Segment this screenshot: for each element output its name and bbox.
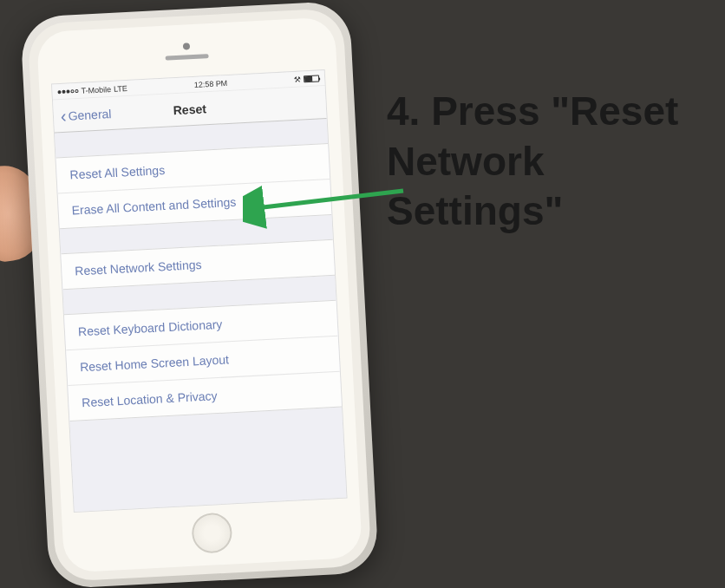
row-label: Erase All Content and Settings — [71, 195, 236, 218]
status-time: 12:58 PM — [193, 78, 227, 88]
settings-group-1: Reset All Settings Erase All Content and… — [56, 143, 331, 229]
home-button[interactable] — [191, 512, 232, 553]
page-title: Reset — [173, 101, 206, 117]
content-area: Reset All Settings Erase All Content and… — [55, 119, 346, 512]
back-button[interactable]: ‹ General — [60, 105, 111, 125]
back-label: General — [68, 107, 112, 123]
settings-group-3: Reset Keyboard Dictionary Reset Home Scr… — [64, 300, 342, 421]
bluetooth-icon: ⚒ — [294, 75, 302, 83]
battery-icon — [304, 75, 319, 82]
settings-group-2: Reset Network Settings — [61, 239, 335, 290]
signal-strength-icon — [57, 88, 78, 93]
chevron-left-icon: ‹ — [60, 107, 67, 124]
network-label: LTE — [114, 84, 127, 94]
row-label: Reset Network Settings — [75, 258, 202, 278]
phone-screen: T-Mobile LTE 12:58 PM ⚒ ‹ General — [51, 69, 347, 513]
instruction-text: 4. Press "Reset Network Settings" — [387, 87, 699, 237]
row-label: Reset Home Screen Layout — [80, 352, 230, 374]
reset-network-settings-row[interactable]: Reset Network Settings — [61, 240, 335, 289]
front-camera-icon — [183, 42, 190, 49]
row-label: Reset Keyboard Dictionary — [78, 317, 223, 339]
row-label: Reset Location & Privacy — [82, 389, 218, 409]
carrier-label: T-Mobile — [81, 85, 111, 95]
row-label: Reset All Settings — [69, 163, 165, 182]
phone-frame: T-Mobile LTE 12:58 PM ⚒ ‹ General — [20, 1, 379, 588]
earpiece-icon — [166, 54, 209, 61]
